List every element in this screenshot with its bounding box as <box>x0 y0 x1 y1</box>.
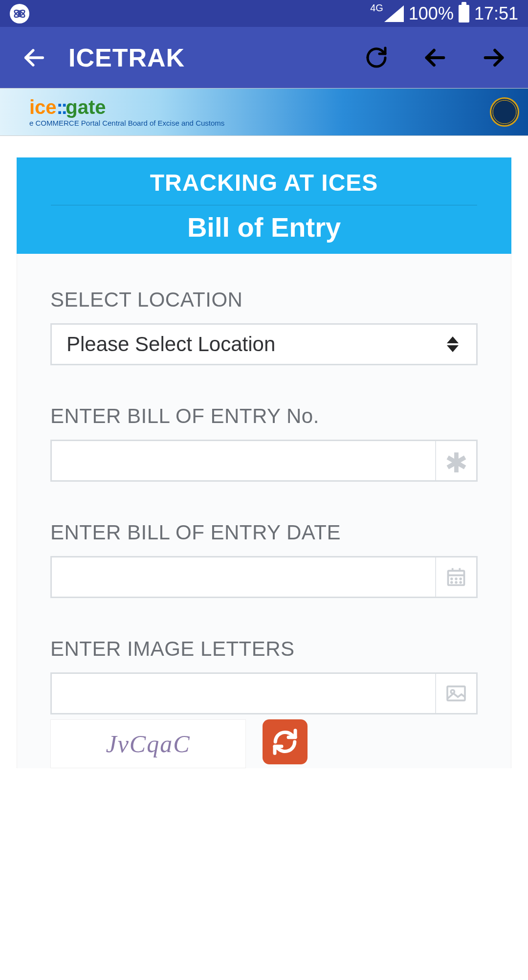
captcha-refresh-button[interactable] <box>263 719 308 764</box>
asterisk-icon: ✱ <box>445 449 468 477</box>
clock-label: 17:51 <box>474 3 518 24</box>
signal-indicator: 4G <box>370 5 404 22</box>
logo-gate-text: gate <box>66 96 106 118</box>
battery-indicator <box>459 5 469 22</box>
nav-forward-button[interactable] <box>479 43 508 72</box>
captcha-label: ENTER IMAGE LETTERS <box>50 637 478 661</box>
location-selected-value: Please Select Location <box>66 333 275 356</box>
nav-back-button[interactable] <box>420 43 450 72</box>
cbec-emblem-icon <box>490 97 519 127</box>
status-bar: 4G 100% 17:51 <box>0 0 528 27</box>
captcha-image-text: JvCqaC <box>106 730 190 758</box>
atom-icon <box>10 4 29 23</box>
app-title: ICETRAK <box>68 43 185 72</box>
captcha-image-indicator <box>435 674 476 713</box>
app-bar: ICETRAK <box>0 27 528 88</box>
required-indicator: ✱ <box>435 441 476 480</box>
location-label: SELECT LOCATION <box>50 288 478 312</box>
be-number-input[interactable] <box>52 441 435 480</box>
svg-point-2 <box>19 12 21 15</box>
captcha-row: JvCqaC <box>50 719 478 768</box>
signal-icon <box>384 5 404 22</box>
date-picker-button[interactable] <box>435 557 476 597</box>
battery-icon <box>459 5 469 22</box>
svg-rect-16 <box>447 687 465 701</box>
be-date-label: ENTER BILL OF ENTRY DATE <box>50 521 478 544</box>
app-bar-actions <box>362 43 513 72</box>
network-type-label: 4G <box>370 2 383 14</box>
icegate-logo: ice::gate e COMMERCE Portal Central Boar… <box>29 97 224 127</box>
status-app-icon <box>10 4 29 23</box>
battery-percent-label: 100% <box>409 3 454 24</box>
refresh-button[interactable] <box>362 43 391 72</box>
be-number-field: ✱ <box>50 440 478 482</box>
select-caret-icon <box>447 336 459 352</box>
banner-subtitle: e COMMERCE Portal Central Board of Excis… <box>29 119 224 127</box>
icegate-banner: ice::gate e COMMERCE Portal Central Boar… <box>0 88 528 136</box>
captcha-input[interactable] <box>52 674 435 713</box>
captcha-field <box>50 672 478 714</box>
logo-dots-text: :: <box>57 96 66 118</box>
captcha-image: JvCqaC <box>50 719 246 768</box>
be-date-field <box>50 556 478 598</box>
be-number-label: ENTER BILL OF ENTRY No. <box>50 404 478 428</box>
page-subtitle: Bill of Entry <box>17 211 511 243</box>
page-title: TRACKING AT ICES <box>17 169 511 196</box>
back-button[interactable] <box>15 45 54 70</box>
location-select[interactable]: Please Select Location <box>50 323 478 365</box>
logo-ice-text: ice <box>29 96 57 118</box>
tracking-form: SELECT LOCATION Please Select Location E… <box>17 254 511 768</box>
heading-divider <box>51 205 477 205</box>
page-heading-card: TRACKING AT ICES Bill of Entry <box>17 157 511 254</box>
be-date-input[interactable] <box>52 557 435 597</box>
